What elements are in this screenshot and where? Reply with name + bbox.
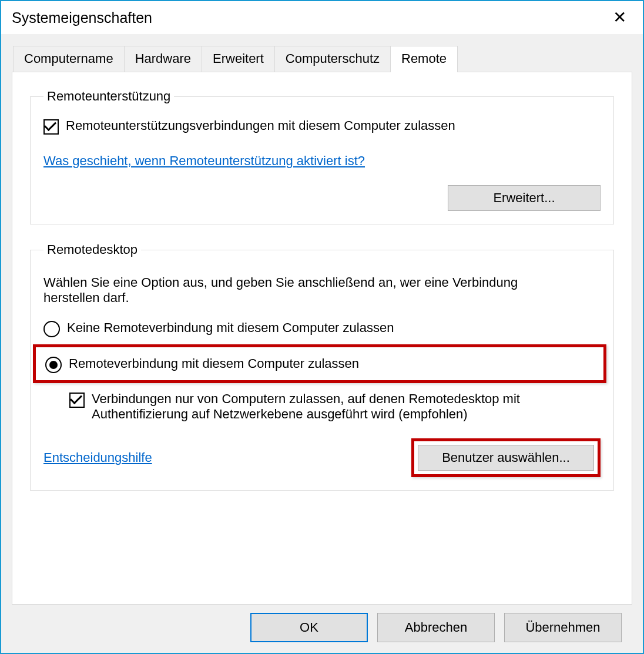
tab-label: Computername [24, 51, 113, 66]
radio-no-connection[interactable] [43, 321, 60, 337]
remote-desktop-description: Wählen Sie eine Option aus, und geben Si… [43, 275, 549, 306]
tab-label: Erweitert [213, 51, 264, 66]
tab-remote[interactable]: Remote [390, 46, 458, 72]
tab-systemprotection[interactable]: Computerschutz [274, 46, 391, 72]
tab-label: Hardware [135, 51, 191, 66]
dialog-footer: OK Abbrechen Übernehmen [12, 605, 632, 653]
allow-remote-support-row: Remoteunterstützungsverbindungen mit die… [43, 118, 601, 133]
remote-desktop-group: Remotedesktop Wählen Sie eine Option aus… [30, 242, 614, 491]
cancel-button[interactable]: Abbrechen [377, 613, 495, 642]
nla-only-checkbox[interactable] [69, 393, 85, 408]
remote-support-help-row: Was geschieht, wenn Remoteunterstützung … [43, 144, 601, 169]
remote-desktop-bottom-row: Entscheidungshilfe Benutzer auswählen... [43, 438, 601, 477]
window-title: Systemeigenschaften [12, 9, 152, 26]
remote-support-legend: Remoteunterstützung [43, 89, 174, 104]
allow-remote-support-label: Remoteunterstützungsverbindungen mit die… [66, 118, 455, 133]
help-choose-link[interactable]: Entscheidungshilfe [43, 450, 152, 465]
radio-allow-connection-row: Remoteverbindung mit diesem Computer zul… [41, 355, 599, 372]
apply-button[interactable]: Übernehmen [504, 613, 622, 642]
tab-hardware[interactable]: Hardware [124, 46, 202, 72]
radio-allow-connection-label: Remoteverbindung mit diesem Computer zul… [69, 356, 359, 371]
tab-label: Computerschutz [286, 51, 380, 66]
tab-area: Computername Hardware Erweitert Computer… [1, 34, 643, 653]
nla-only-row: Verbindungen nur von Computern zulassen,… [69, 391, 528, 422]
remote-support-help-link[interactable]: Was geschieht, wenn Remoteunterstützung … [43, 153, 365, 169]
highlight-select-users: Benutzer auswählen... [411, 438, 601, 477]
radio-no-connection-label: Keine Remoteverbindung mit diesem Comput… [67, 320, 394, 336]
remote-support-group: Remoteunterstützung Remoteunterstützungs… [30, 89, 614, 224]
nla-only-label: Verbindungen nur von Computern zulassen,… [92, 391, 528, 422]
remote-support-advanced-button[interactable]: Erweitert... [448, 185, 601, 211]
ok-button[interactable]: OK [250, 613, 368, 642]
tab-computername[interactable]: Computername [13, 46, 125, 72]
radio-no-connection-row: Keine Remoteverbindung mit diesem Comput… [43, 317, 601, 341]
titlebar: Systemeigenschaften ✕ [1, 1, 643, 34]
highlight-allow-connection: Remoteverbindung mit diesem Computer zul… [33, 344, 606, 383]
remote-support-advanced-row: Erweitert... [43, 185, 601, 211]
tab-strip: Computername Hardware Erweitert Computer… [13, 46, 632, 72]
allow-remote-support-checkbox[interactable] [43, 119, 59, 135]
select-users-button[interactable]: Benutzer auswählen... [418, 445, 594, 471]
tab-label: Remote [401, 51, 447, 66]
system-properties-window: Systemeigenschaften ✕ Computername Hardw… [0, 0, 644, 654]
close-icon[interactable]: ✕ [607, 7, 632, 28]
tab-content: Remoteunterstützung Remoteunterstützungs… [12, 72, 632, 605]
tab-advanced[interactable]: Erweitert [202, 46, 275, 72]
radio-allow-connection[interactable] [45, 357, 62, 373]
remote-desktop-legend: Remotedesktop [43, 242, 141, 257]
